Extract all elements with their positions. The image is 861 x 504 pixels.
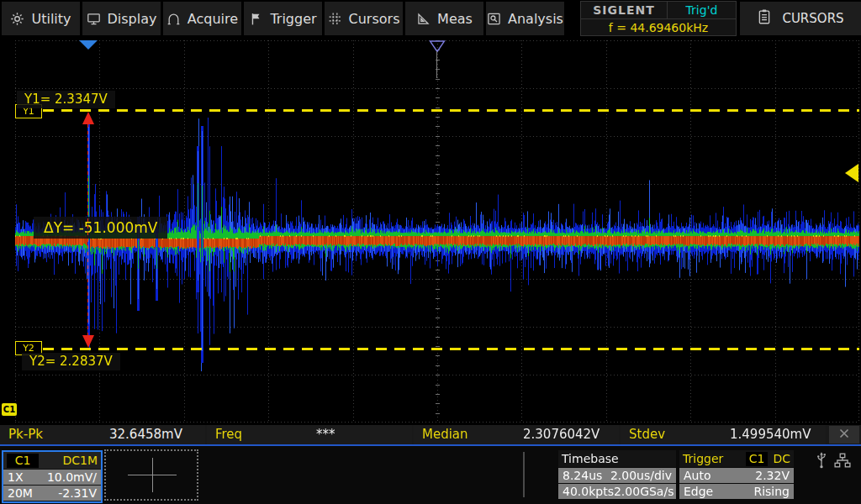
magnifier-box-icon (487, 12, 501, 26)
trigger-level: 2.32V (755, 469, 790, 482)
measurement-bar: Pk-Pk 32.6458mV Freq *** Median 2.307604… (0, 425, 861, 446)
cursor-marker-arrow-down (82, 335, 94, 348)
brand-logo: SIGLENT (581, 2, 668, 18)
cursor-y2-readout: Y2= 2.2837V (22, 353, 120, 370)
measurement-label: Freq (215, 427, 242, 442)
trigger-type: Edge (684, 485, 713, 498)
timebase-box[interactable]: Timebase 8.24us 2.00us/div 40.0kpts 2.00… (558, 450, 676, 500)
measurement-pkpk[interactable]: Pk-Pk 32.6458mV (0, 425, 205, 444)
measurement-label: Pk-Pk (8, 427, 43, 442)
measurement-label: Stdev (629, 427, 665, 442)
menu-analysis-label: Analysis (508, 11, 563, 27)
acquisition-status-box: SIGLENT Trig'd f = 44.69460kHz (580, 1, 737, 36)
cursors-dialog-button[interactable]: CURSORS (740, 2, 861, 35)
clipboard-icon (757, 8, 772, 29)
trigger-coupling: DC (773, 452, 790, 465)
menu-cursors[interactable]: Cursors (325, 2, 403, 35)
flag-icon (249, 12, 263, 26)
measurement-close-button[interactable] (829, 426, 859, 444)
menu-meas[interactable]: Meas (405, 2, 483, 35)
measurement-median[interactable]: Median 2.3076042V (414, 425, 619, 444)
menu-utility-label: Utility (31, 11, 71, 27)
timebase-memory: 40.0kpts (563, 485, 614, 498)
menu-meas-label: Meas (437, 11, 473, 27)
channel-ground-tag: C1 (2, 403, 17, 416)
trigger-position-stem (436, 51, 437, 78)
graticule: Y1 Y2 Y1= 2.3347V ΔY= -51.000mV Y2= 2.28… (15, 40, 859, 423)
timebase-delay: 8.24us (563, 469, 602, 482)
measurement-value: 1.499540mV (730, 427, 811, 442)
channel1-bandwidth: 20M (8, 486, 33, 500)
channel1-descriptor-box[interactable]: C1 DC1M 1X 10.0mV/ 20M -2.31V (2, 450, 103, 503)
timebase-title: Timebase (562, 452, 619, 465)
trigger-descriptor-box[interactable]: Trigger C1 DC Auto 2.32V Edge Rising (679, 450, 794, 500)
menu-acquire-label: Acquire (188, 11, 238, 27)
network-icon (834, 453, 851, 468)
measurement-value: 2.3076042V (523, 427, 600, 442)
cursors-dialog-label: CURSORS (782, 11, 843, 26)
monitor-icon (87, 12, 101, 26)
trigger-slope: Rising (753, 485, 790, 498)
plus-icon (152, 458, 153, 492)
measurement-stdev[interactable]: Stdev 1.499540mV (621, 425, 826, 444)
arch-icon (166, 12, 181, 26)
cursor-delta-readout: ΔY= -51.000mV (34, 217, 167, 239)
cursor-y1-line[interactable] (43, 109, 859, 112)
trigger-frequency-readout: f = 44.69460kHz (581, 19, 736, 35)
menu-analysis[interactable]: Analysis (486, 2, 564, 35)
trigger-mode: Auto (684, 469, 711, 482)
menu-display[interactable]: Display (82, 2, 161, 35)
measurement-value: *** (316, 427, 335, 442)
status-divider (523, 452, 525, 497)
channel1-attenuation: 1X (8, 470, 24, 484)
crosshatch-icon (328, 12, 342, 26)
channel1-name-chip: C1 (7, 454, 39, 468)
channel1-offset: -2.31V (58, 486, 97, 500)
channel1-vscale: 10.0mV/ (47, 470, 97, 484)
trigger-source-chip: C1 (746, 452, 769, 466)
channel1-coupling: DC1M (62, 454, 98, 467)
trigger-status-badge: Trig'd (668, 2, 736, 18)
cursor-x-marker-line (87, 124, 88, 336)
gear-icon (10, 12, 24, 26)
menu-trigger[interactable]: Trigger (244, 2, 322, 35)
menu-trigger-label: Trigger (270, 11, 316, 27)
trigger-level-marker[interactable] (845, 164, 858, 182)
close-icon (838, 427, 850, 443)
add-channel-placeholder[interactable] (104, 449, 198, 501)
timebase-samplerate: 2.00GSa/s (614, 485, 674, 498)
measurement-freq[interactable]: Freq *** (207, 425, 412, 444)
menu-bar: Utility Display Acquire (0, 0, 861, 37)
status-bar: C1 DC1M 1X 10.0mV/ 20M -2.31V Timebase 8… (0, 446, 861, 504)
cursor-marker-arrow-up (82, 112, 94, 124)
trigger-title: Trigger (683, 452, 723, 465)
trigger-position-marker[interactable] (429, 40, 446, 56)
menu-acquire[interactable]: Acquire (163, 2, 241, 35)
trigger-delay-marker[interactable] (79, 40, 98, 50)
menu-display-label: Display (108, 11, 157, 27)
measurement-value: 32.6458mV (109, 427, 182, 442)
timebase-scale: 2.00us/div (610, 469, 672, 482)
set-square-icon (416, 12, 430, 26)
cursor-y1-readout: Y1= 2.3347V (17, 91, 115, 108)
menu-utility[interactable]: Utility (2, 2, 80, 35)
menu-cursors-label: Cursors (349, 11, 400, 27)
oscilloscope-screen: Utility Display Acquire (0, 0, 861, 504)
measurement-label: Median (422, 427, 468, 442)
cursor-y2-line[interactable] (43, 348, 859, 350)
usb-icon (814, 451, 829, 470)
